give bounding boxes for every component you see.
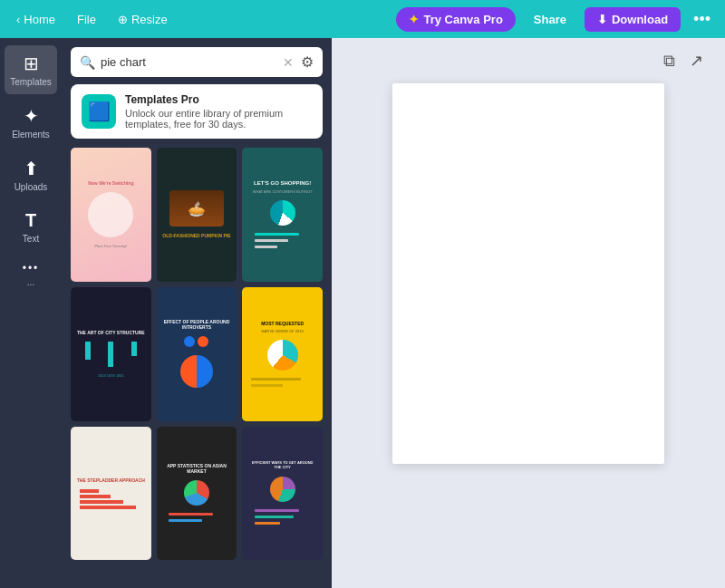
download-button[interactable]: ⬇ Download	[585, 7, 681, 32]
templates-scroll: Now We're Switching Plant Fam Tuesday! 🥧…	[62, 148, 332, 588]
icon-sidebar: ⊞ Templates ✦ Elements ⬆ Uploads T Text …	[0, 38, 62, 588]
card-title: APP STATISTICS ON ASIAN MARKET	[162, 463, 232, 474]
search-icon: 🔍	[80, 55, 95, 70]
card-title: THE STEPLADDER APPROACH	[77, 477, 145, 483]
uploads-icon: ⬆	[24, 158, 39, 179]
filter-icon[interactable]: ⚙	[301, 53, 314, 71]
more-dots-icon: •••	[23, 262, 40, 275]
template-card[interactable]: Now We're Switching Plant Fam Tuesday!	[71, 148, 151, 282]
pro-banner[interactable]: 🟦 Templates Pro Unlock our entire librar…	[71, 84, 323, 139]
search-input[interactable]	[101, 55, 277, 69]
card-title: LET'S GO SHOPPING!	[254, 180, 311, 187]
share-button[interactable]: Share	[523, 7, 577, 32]
template-card[interactable]: LET'S GO SHOPPING! WHAT ARE CUSTOMERS BU…	[242, 148, 323, 282]
card-content: 🥧 OLD-FASHIONED PUMPKIN PIE	[157, 148, 237, 282]
sidebar-item-text[interactable]: T Text	[5, 203, 57, 251]
copy-button[interactable]: ⧉	[660, 47, 679, 74]
resize-label: Resize	[131, 13, 168, 26]
card-title: OLD-FASHIONED PUMPKIN PIE	[162, 233, 230, 238]
template-card[interactable]: EFFICIENT WAYS TO GET AROUND THE CITY	[242, 427, 323, 561]
more-icon: •••	[693, 10, 710, 28]
clear-search-icon[interactable]: ✕	[283, 55, 294, 70]
text-label: Text	[23, 234, 39, 244]
download-label: Download	[612, 13, 668, 26]
share-canvas-button[interactable]: ↗	[686, 47, 707, 74]
pro-title: Templates Pro	[125, 93, 312, 106]
card-title: EFFECT OF PEOPLE AROUND INTROVERTS	[162, 319, 232, 330]
card-subtitle: WHAT ARE CUSTOMERS BUYING?	[253, 189, 313, 194]
template-card[interactable]: THE ART OF CITY STRUCTURE 1924 1939 1945	[71, 287, 151, 421]
card-content: EFFECT OF PEOPLE AROUND INTROVERTS	[157, 287, 237, 421]
crown-icon: ✦	[409, 13, 419, 26]
card-content: THE ART OF CITY STRUCTURE 1924 1939 1945	[71, 287, 151, 421]
try-canva-pro-button[interactable]: ✦ Try Canva Pro	[396, 7, 515, 32]
share-label: Share	[534, 13, 566, 26]
elements-icon: ✦	[24, 105, 39, 127]
template-card[interactable]: APP STATISTICS ON ASIAN MARKET	[157, 427, 237, 561]
card-subtitle: 1924 1939 1945	[98, 373, 124, 378]
sidebar-item-elements[interactable]: ✦ Elements	[5, 98, 57, 147]
templates-label: Templates	[10, 77, 52, 87]
templates-panel: 🔍 ✕ ⚙ 🟦 Templates Pro Unlock our entire …	[62, 38, 332, 588]
resize-icon: ⊕	[118, 13, 128, 26]
templates-grid: Now We're Switching Plant Fam Tuesday! 🥧…	[71, 148, 323, 560]
template-card[interactable]: MOST REQUESTED NATIVE GENRE OF 2019	[242, 287, 323, 421]
card-title: EFFICIENT WAYS TO GET AROUND THE CITY	[247, 461, 317, 470]
text-icon: T	[25, 210, 36, 231]
pro-logo: 🟦	[82, 94, 116, 129]
search-bar: 🔍 ✕ ⚙	[71, 47, 323, 77]
back-button[interactable]: ‹ Home	[9, 9, 63, 30]
card-content: THE STEPLADDER APPROACH	[71, 427, 151, 561]
card-title: Now We're Switching	[88, 180, 133, 186]
resize-button[interactable]: ⊕ Resize	[111, 9, 175, 30]
card-content: MOST REQUESTED NATIVE GENRE OF 2019	[242, 287, 323, 421]
download-icon: ⬇	[597, 13, 607, 26]
file-label: File	[77, 13, 96, 26]
card-title: MOST REQUESTED	[261, 321, 304, 326]
sidebar-item-templates[interactable]: ⊞ Templates	[5, 45, 57, 94]
template-card[interactable]: EFFECT OF PEOPLE AROUND INTROVERTS	[157, 287, 237, 421]
uploads-label: Uploads	[14, 182, 48, 192]
canva-pro-label: Try Canva Pro	[423, 13, 502, 26]
template-card[interactable]: 🥧 OLD-FASHIONED PUMPKIN PIE	[157, 148, 237, 282]
canvas-toolbar: ⧉ ↗	[660, 47, 707, 74]
pro-text: Templates Pro Unlock our entire library …	[125, 93, 312, 130]
pro-logo-icon: 🟦	[88, 101, 111, 122]
home-label: Home	[24, 13, 55, 26]
card-subtitle: NATIVE GENRE OF 2019	[262, 329, 304, 333]
pro-subtitle: Unlock our entire library of premium tem…	[125, 108, 312, 130]
more-options-button[interactable]: •••	[688, 6, 716, 33]
card-content: LET'S GO SHOPPING! WHAT ARE CUSTOMERS BU…	[242, 148, 323, 282]
sidebar-item-more[interactable]: ••• ...	[5, 255, 57, 294]
card-content: APP STATISTICS ON ASIAN MARKET	[157, 427, 237, 561]
navbar: ‹ Home File ⊕ Resize ✦ Try Canva Pro Sha…	[0, 0, 725, 38]
card-content: EFFICIENT WAYS TO GET AROUND THE CITY	[242, 427, 323, 561]
sidebar-item-uploads[interactable]: ⬆ Uploads	[5, 150, 57, 199]
canvas-area: ⧉ ↗	[332, 38, 725, 588]
card-subtitle: Plant Fam Tuesday!	[95, 244, 128, 248]
share-canvas-icon: ↗	[690, 52, 703, 70]
file-menu-button[interactable]: File	[70, 9, 103, 30]
more-label: ...	[27, 277, 34, 287]
card-content: Now We're Switching Plant Fam Tuesday!	[71, 148, 151, 282]
elements-label: Elements	[12, 130, 50, 140]
nav-right-actions: ✦ Try Canva Pro Share ⬇ Download •••	[396, 6, 716, 33]
card-title: THE ART OF CITY STRUCTURE	[77, 330, 145, 335]
templates-icon: ⊞	[24, 53, 39, 74]
copy-icon: ⧉	[663, 52, 675, 70]
main-layout: ⊞ Templates ✦ Elements ⬆ Uploads T Text …	[0, 38, 725, 588]
canvas-page	[392, 83, 664, 464]
chevron-left-icon: ‹	[16, 13, 20, 26]
template-card[interactable]: THE STEPLADDER APPROACH	[71, 427, 151, 561]
